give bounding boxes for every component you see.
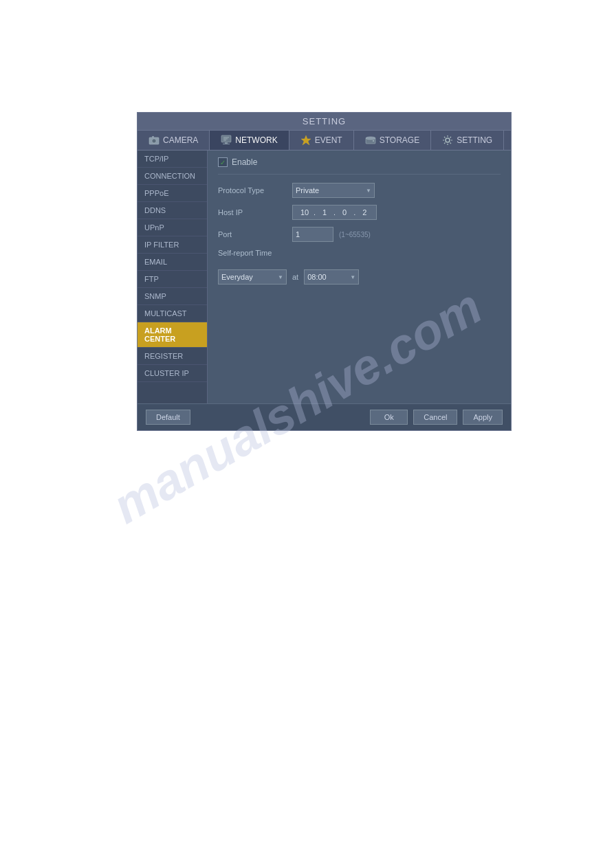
host-ip-octet1[interactable]	[297, 208, 312, 216]
event-icon	[300, 135, 311, 146]
selfreport-controls-row: Everyday ▼ at 08:00 ▼	[218, 269, 501, 285]
sidebar-item-snmp[interactable]: SNMP	[138, 288, 207, 305]
svg-point-12	[446, 138, 450, 142]
enable-checkbox[interactable]	[218, 157, 228, 167]
svg-point-11	[373, 140, 374, 142]
selfreport-period-value: Everyday	[221, 273, 253, 281]
cancel-button[interactable]: Cancel	[413, 410, 457, 425]
host-ip-label: Host IP	[218, 208, 287, 216]
tab-camera[interactable]: CAMERA	[138, 131, 210, 150]
tab-network-label: NETWORK	[235, 135, 277, 145]
host-ip-octet2[interactable]	[317, 208, 332, 216]
protocol-type-row: Protocol Type Private ▼	[218, 183, 501, 198]
svg-point-1	[152, 139, 156, 143]
window-title: SETTING	[303, 116, 346, 126]
selfreport-period-arrow: ▼	[278, 274, 283, 280]
default-button[interactable]: Default	[146, 410, 190, 425]
camera-icon	[149, 135, 160, 146]
host-ip-container: . . .	[292, 205, 377, 220]
protocol-type-value: Private	[296, 186, 319, 194]
selfreport-label-row: Self-report Time	[218, 249, 501, 263]
ip-dot-1: .	[314, 208, 316, 216]
port-label: Port	[218, 230, 287, 238]
protocol-type-arrow: ▼	[366, 188, 371, 194]
svg-rect-5	[223, 144, 230, 144]
enable-label: Enable	[232, 157, 257, 167]
tab-storage-label: STORAGE	[380, 135, 419, 145]
network-icon	[221, 135, 232, 146]
sidebar-item-upnp[interactable]: UPnP	[138, 219, 207, 236]
selfreport-time-select[interactable]: 08:00 ▼	[304, 269, 359, 285]
tab-network[interactable]: NETWORK	[210, 131, 289, 150]
svg-rect-2	[152, 136, 154, 137]
sidebar-item-alarmcenter[interactable]: ALARM CENTER	[138, 322, 207, 348]
enable-row: Enable	[218, 157, 501, 175]
protocol-type-label: Protocol Type	[218, 186, 287, 194]
title-bar: SETTING	[138, 113, 511, 131]
sidebar-item-clusterip[interactable]: CLUSTER IP	[138, 365, 207, 382]
host-ip-octet4[interactable]	[357, 208, 372, 216]
main-window: SETTING CAMERA NETWORK	[137, 112, 512, 431]
sidebar-item-connection[interactable]: CONNECTION	[138, 168, 207, 185]
ip-dot-3: .	[353, 208, 355, 216]
protocol-type-select[interactable]: Private ▼	[292, 183, 375, 198]
action-buttons: Ok Cancel Apply	[370, 410, 503, 425]
sidebar-item-email[interactable]: EMAIL	[138, 254, 207, 271]
sidebar-item-ftp[interactable]: FTP	[138, 271, 207, 288]
host-ip-octet3[interactable]	[337, 208, 352, 216]
storage-icon	[365, 135, 376, 146]
ok-button[interactable]: Ok	[370, 410, 408, 425]
ip-dot-2: .	[333, 208, 336, 216]
tab-event[interactable]: EVENT	[289, 131, 354, 150]
bottom-bar: Default Ok Cancel Apply	[138, 403, 511, 430]
svg-point-10	[366, 137, 375, 140]
sidebar-item-register[interactable]: REGISTER	[138, 348, 207, 365]
sidebar-item-ddns[interactable]: DDNS	[138, 202, 207, 219]
port-input[interactable]	[292, 227, 333, 242]
sidebar-item-tcpip[interactable]: TCP/IP	[138, 151, 207, 168]
port-hint: (1~65535)	[339, 231, 371, 238]
host-ip-row: Host IP . . .	[218, 205, 501, 220]
selfreport-time-arrow: ▼	[350, 274, 355, 280]
tab-setting-label: SETTING	[457, 135, 492, 145]
selfreport-period-select[interactable]: Everyday ▼	[218, 269, 287, 285]
sidebar-item-multicast[interactable]: MULTICAST	[138, 305, 207, 322]
port-row: Port (1~65535)	[218, 227, 501, 242]
tab-bar: CAMERA NETWORK EVENT	[138, 131, 511, 151]
alarm-center-panel: Enable Protocol Type Private ▼ Host IP .…	[208, 151, 511, 403]
selfreport-time-value: 08:00	[307, 273, 327, 281]
selfreport-label: Self-report Time	[218, 249, 272, 257]
tab-storage[interactable]: STORAGE	[354, 131, 431, 150]
tab-event-label: EVENT	[315, 135, 342, 145]
at-label: at	[292, 273, 298, 281]
tab-setting[interactable]: SETTING	[431, 131, 504, 150]
setting-icon	[442, 135, 453, 146]
sidebar: TCP/IP CONNECTION PPPoE DDNS UPnP IP FIL…	[138, 151, 208, 403]
content-area: TCP/IP CONNECTION PPPoE DDNS UPnP IP FIL…	[138, 151, 511, 403]
sidebar-item-pppoe[interactable]: PPPoE	[138, 185, 207, 202]
apply-button[interactable]: Apply	[463, 410, 503, 425]
sidebar-item-ipfilter[interactable]: IP FILTER	[138, 236, 207, 254]
tab-camera-label: CAMERA	[163, 135, 198, 145]
